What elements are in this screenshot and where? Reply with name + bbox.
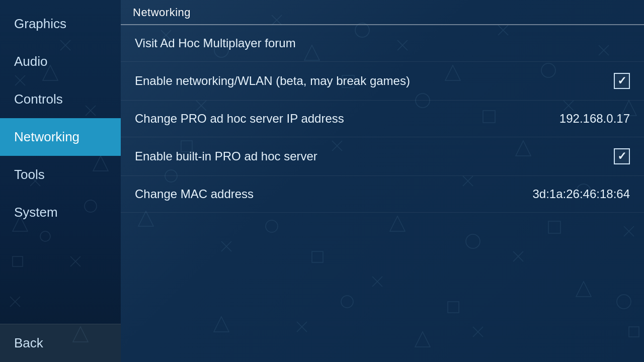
sidebar-item-tools[interactable]: Tools (0, 156, 121, 194)
enable-networking-checkbox[interactable] (614, 73, 630, 89)
setting-enable-pro-server[interactable]: Enable built-in PRO ad hoc server (121, 137, 644, 176)
sidebar-nav: Graphics Audio Controls Networking Tools… (0, 0, 121, 324)
main-content: Networking Visit Ad Hoc Multiplayer foru… (121, 0, 644, 362)
setting-enable-networking[interactable]: Enable networking/WLAN (beta, may break … (121, 62, 644, 101)
setting-enable-networking-label: Enable networking/WLAN (beta, may break … (135, 74, 410, 88)
back-button[interactable]: Back (0, 324, 121, 362)
setting-pro-adhoc-server[interactable]: Change PRO ad hoc server IP address 192.… (121, 101, 644, 137)
enable-pro-server-checkbox[interactable] (614, 148, 630, 164)
sidebar: Graphics Audio Controls Networking Tools… (0, 0, 121, 362)
setting-mac-address-label: Change MAC address (135, 187, 254, 201)
sidebar-item-system[interactable]: System (0, 194, 121, 231)
page-title: Networking (121, 0, 644, 25)
sidebar-item-controls[interactable]: Controls (0, 80, 121, 118)
setting-pro-adhoc-server-label: Change PRO ad hoc server IP address (135, 112, 344, 126)
setting-adhoc-forum-label: Visit Ad Hoc Multiplayer forum (135, 36, 296, 50)
sidebar-item-networking[interactable]: Networking (0, 118, 121, 156)
setting-pro-adhoc-server-value: 192.168.0.17 (559, 112, 630, 126)
setting-adhoc-forum[interactable]: Visit Ad Hoc Multiplayer forum (121, 25, 644, 62)
setting-mac-address[interactable]: Change MAC address 3d:1a:26:46:18:64 (121, 176, 644, 213)
settings-list: Visit Ad Hoc Multiplayer forum Enable ne… (121, 25, 644, 362)
setting-mac-address-value: 3d:1a:26:46:18:64 (532, 187, 630, 201)
setting-enable-pro-server-label: Enable built-in PRO ad hoc server (135, 149, 317, 163)
sidebar-item-audio[interactable]: Audio (0, 43, 121, 80)
sidebar-item-graphics[interactable]: Graphics (0, 5, 121, 43)
